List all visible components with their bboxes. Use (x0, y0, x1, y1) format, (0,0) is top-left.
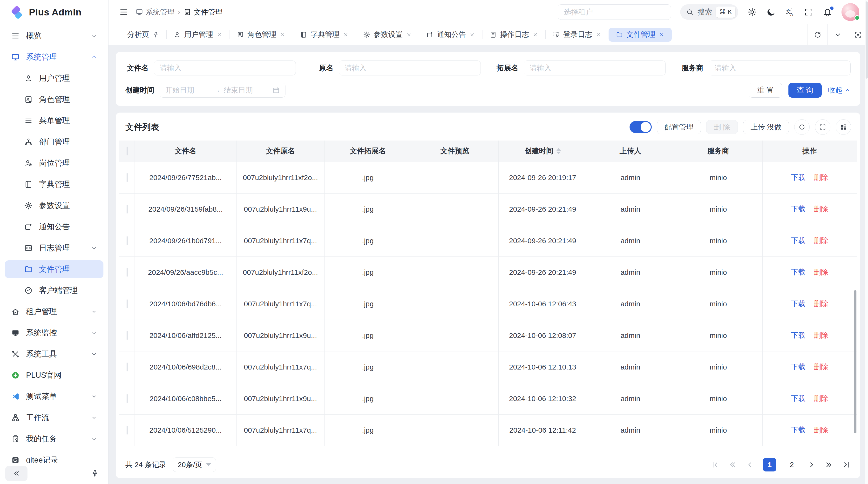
sidebar-item-client-management[interactable]: 客户端管理 (5, 282, 103, 299)
delete-link[interactable]: 删除 (814, 363, 828, 371)
row-checkbox[interactable] (127, 268, 128, 277)
delete-link[interactable]: 删除 (814, 268, 828, 276)
tab-operation-log[interactable]: 操作日志 (482, 28, 546, 42)
notifications-button[interactable] (823, 7, 832, 17)
last-page-button[interactable] (842, 460, 850, 469)
sidebar-item-system-monitor[interactable]: 系统监控 (5, 324, 103, 342)
download-link[interactable]: 下载 (791, 331, 806, 339)
row-checkbox[interactable] (127, 173, 128, 182)
settings-button[interactable] (747, 7, 757, 17)
provider-input[interactable] (709, 61, 850, 75)
sidebar-item-role-management[interactable]: 角色管理 (5, 91, 103, 108)
fullscreen-table-button[interactable] (815, 119, 830, 135)
download-link[interactable]: 下载 (791, 268, 806, 276)
date-range-picker[interactable]: 开始日期 → 结束日期 (160, 83, 285, 98)
download-link[interactable]: 下载 (791, 236, 806, 245)
sidebar-item-system-tools[interactable]: 系统工具 (5, 345, 103, 363)
row-checkbox[interactable] (127, 299, 128, 308)
download-link[interactable]: 下载 (791, 394, 806, 402)
download-link[interactable]: 下载 (791, 363, 806, 371)
sidebar-item-file-management[interactable]: 文件管理 (5, 260, 103, 278)
column-settings-button[interactable] (836, 119, 851, 135)
close-icon[interactable] (659, 32, 664, 38)
sidebar-item-department-management[interactable]: 部门管理 (5, 133, 103, 151)
tab-dict-management[interactable]: 字典管理 (293, 28, 356, 42)
user-avatar[interactable] (841, 3, 859, 21)
row-checkbox[interactable] (127, 426, 128, 434)
close-icon[interactable] (280, 32, 285, 38)
close-icon[interactable] (595, 32, 601, 38)
delete-button[interactable]: 删 除 (706, 120, 738, 134)
delete-link[interactable]: 删除 (814, 300, 828, 308)
tab-user-management[interactable]: 用户管理 (166, 28, 229, 42)
sidebar-item-system-management[interactable]: 系统管理 (5, 48, 103, 66)
sidebar-item-my-tasks[interactable]: 我的任务 (5, 430, 103, 448)
sidebar-item-overview[interactable]: 概览 (5, 27, 103, 45)
select-all-checkbox[interactable] (127, 147, 128, 156)
sidebar-item-tenant-management[interactable]: 租户管理 (5, 303, 103, 321)
breadcrumb-item-system[interactable]: 系统管理 (135, 7, 175, 17)
download-link[interactable]: 下载 (791, 205, 806, 213)
row-checkbox[interactable] (127, 362, 128, 372)
row-checkbox[interactable] (127, 205, 128, 214)
delete-link[interactable]: 删除 (814, 173, 828, 181)
stripe-toggle[interactable] (629, 121, 652, 133)
sidebar-collapse-button[interactable] (5, 466, 28, 481)
next-10-button[interactable] (825, 460, 833, 469)
filename-input[interactable] (154, 61, 296, 75)
fullscreen-button[interactable] (804, 7, 813, 17)
breadcrumb-item-file[interactable]: 文件管理 (184, 7, 222, 17)
sidebar-item-menu-management[interactable]: 菜单管理 (5, 112, 103, 130)
page-1-button[interactable]: 1 (763, 458, 776, 472)
sidebar-item-workflow[interactable]: 工作流 (5, 409, 103, 427)
tab-menu-button[interactable] (828, 24, 848, 45)
sidebar-toggle-button[interactable] (119, 7, 128, 17)
delete-link[interactable]: 删除 (814, 394, 828, 402)
tab-analysis[interactable]: 分析页 (120, 28, 166, 42)
sidebar-item-log-management[interactable]: 日志管理 (5, 239, 103, 257)
page-size-select[interactable]: 20条/页 (173, 457, 216, 472)
dark-mode-button[interactable] (766, 7, 776, 17)
download-link[interactable]: 下载 (791, 300, 806, 308)
tab-login-log[interactable]: 登录日志 (546, 28, 609, 42)
prev-page-button[interactable] (745, 460, 754, 469)
sidebar-item-gitee-log[interactable]: gitee记录 (5, 451, 103, 463)
delete-link[interactable]: 删除 (814, 331, 828, 339)
config-management-button[interactable]: 配置管理 (657, 120, 701, 134)
originalname-input[interactable] (339, 61, 481, 75)
row-checkbox[interactable] (127, 331, 128, 340)
sidebar-item-user-management[interactable]: 用户管理 (5, 69, 103, 87)
tab-refresh-button[interactable] (807, 24, 828, 45)
sidebar-pin-button[interactable] (87, 466, 103, 481)
tenant-select-input[interactable] (558, 4, 671, 20)
delete-link[interactable]: 删除 (814, 236, 828, 245)
next-page-button[interactable] (807, 460, 816, 469)
upload-button[interactable]: 上传 没做 (743, 120, 789, 134)
tab-role-management[interactable]: 角色管理 (229, 28, 293, 42)
pin-icon[interactable] (152, 31, 159, 38)
refresh-table-button[interactable] (794, 119, 810, 135)
prev-10-button[interactable] (728, 460, 737, 469)
download-link[interactable]: 下载 (791, 426, 806, 434)
page-scrollbar[interactable] (865, 0, 868, 484)
tab-file-management[interactable]: 文件管理 (609, 28, 672, 42)
delete-link[interactable]: 删除 (814, 205, 828, 213)
collapse-filter-link[interactable]: 收起 (828, 85, 850, 95)
close-icon[interactable] (532, 32, 538, 38)
search-button[interactable]: 查 询 (788, 83, 822, 98)
language-button[interactable]: 文A (785, 7, 795, 17)
extension-input[interactable] (524, 61, 666, 75)
sort-icon[interactable] (557, 148, 561, 154)
delete-link[interactable]: 删除 (814, 426, 828, 434)
sidebar-item-test-menu[interactable]: 测试菜单 (5, 388, 103, 406)
sidebar-item-dict-management[interactable]: 字典管理 (5, 175, 103, 193)
close-icon[interactable] (217, 32, 222, 38)
row-checkbox[interactable] (127, 394, 128, 403)
download-link[interactable]: 下载 (791, 173, 806, 181)
sidebar-item-post-management[interactable]: 岗位管理 (5, 154, 103, 172)
table-scrollbar[interactable] (854, 290, 857, 433)
tab-notice[interactable]: 通知公告 (419, 28, 482, 42)
close-icon[interactable] (469, 32, 475, 38)
page-2-button[interactable]: 2 (785, 458, 799, 472)
sidebar-item-notice[interactable]: 通知公告 (5, 218, 103, 236)
